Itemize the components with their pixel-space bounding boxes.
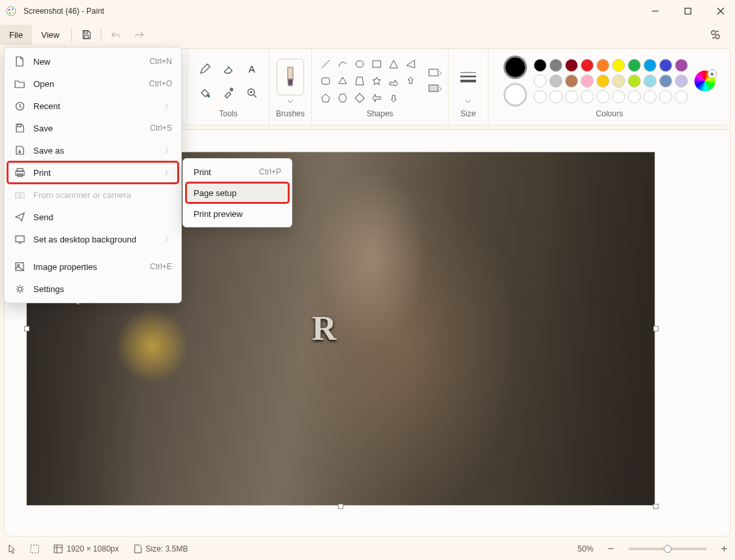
close-button[interactable] — [711, 2, 730, 20]
color-swatch[interactable] — [549, 59, 562, 72]
recent-icon — [14, 101, 26, 111]
magnifier-tool[interactable] — [241, 82, 262, 103]
chevron-right-icon: 〉 — [165, 235, 172, 244]
color-2[interactable] — [504, 83, 527, 107]
color-swatch[interactable] — [581, 90, 594, 103]
color-1[interactable] — [504, 56, 527, 79]
scanner-icon — [14, 191, 26, 199]
submenu-page-setup[interactable]: Page setup — [186, 182, 289, 203]
color-swatch[interactable] — [565, 74, 578, 88]
print-submenu: Print Ctrl+P Page setup Print preview — [182, 158, 292, 227]
shapes-gallery[interactable] — [318, 57, 418, 105]
svg-line-21 — [322, 60, 330, 68]
ribbon-label-shapes: Shapes — [367, 109, 394, 121]
edit-colors-button[interactable] — [694, 71, 715, 91]
undo-button[interactable] — [104, 25, 128, 44]
file-menu-desktop[interactable]: Set as desktop background 〉 — [7, 228, 179, 250]
color-swatch[interactable] — [565, 59, 578, 72]
submenu-print-preview[interactable]: Print preview — [186, 203, 289, 224]
menu-view[interactable]: View — [32, 25, 69, 45]
resize-handle[interactable] — [338, 504, 343, 509]
send-icon — [14, 212, 26, 222]
color-swatch[interactable] — [675, 59, 688, 72]
color-swatch[interactable] — [675, 74, 688, 88]
minimize-button[interactable] — [646, 2, 664, 20]
color-swatch[interactable] — [643, 59, 657, 72]
file-menu: New Ctrl+N Open Ctrl+O Recent 〉 Save Ctr… — [4, 47, 182, 303]
svg-point-3 — [12, 12, 14, 14]
color-swatch[interactable] — [612, 74, 625, 88]
color-swatch[interactable] — [534, 74, 547, 88]
svg-point-14 — [208, 95, 210, 97]
svg-point-0 — [7, 7, 16, 16]
color-swatch[interactable] — [596, 90, 609, 103]
resize-handle[interactable] — [653, 504, 658, 509]
color-swatch[interactable] — [596, 59, 609, 72]
size-button[interactable] — [455, 59, 481, 95]
svg-rect-33 — [17, 169, 23, 171]
maximize-button[interactable] — [679, 2, 697, 20]
svg-point-22 — [356, 61, 364, 67]
color-swatch[interactable] — [549, 74, 562, 88]
color-swatch[interactable] — [612, 90, 625, 103]
color-swatch[interactable] — [643, 74, 657, 88]
file-menu-recent[interactable]: Recent 〉 — [7, 95, 179, 117]
eraser-tool[interactable] — [218, 59, 239, 80]
color-swatch[interactable] — [659, 74, 672, 88]
zoom-in-button[interactable]: + — [721, 543, 727, 555]
title-bar: Screenshot (46) - Paint — [0, 0, 735, 22]
file-menu-properties[interactable]: Image properties Ctrl+E — [7, 255, 179, 278]
svg-rect-36 — [16, 193, 24, 198]
color-swatch[interactable] — [643, 90, 657, 103]
file-menu-save[interactable]: Save Ctrl+S — [7, 117, 179, 139]
file-menu-open[interactable]: Open Ctrl+O — [7, 73, 179, 95]
ribbon-label-brushes: Brushes — [276, 109, 305, 121]
file-menu-settings[interactable]: Settings — [7, 278, 179, 300]
color-swatch[interactable] — [596, 74, 609, 88]
file-menu-saveas[interactable]: Save as 〉 — [7, 139, 179, 161]
zoom-slider[interactable] — [628, 548, 707, 550]
zoom-out-button[interactable]: − — [607, 543, 613, 555]
svg-rect-43 — [54, 545, 62, 553]
shape-fill-button[interactable] — [428, 84, 441, 93]
resize-handle[interactable] — [24, 326, 29, 331]
text-tool[interactable]: A — [241, 59, 262, 80]
fill-tool[interactable] — [194, 82, 215, 103]
file-menu-print[interactable]: Print 〉 — [7, 161, 179, 184]
picker-tool[interactable] — [218, 82, 239, 103]
color-swatch[interactable] — [565, 90, 578, 103]
color-palette[interactable] — [534, 59, 688, 103]
color-swatch[interactable] — [581, 74, 594, 88]
color-swatch[interactable] — [534, 90, 547, 103]
svg-rect-9 — [84, 31, 88, 33]
saveas-icon — [14, 146, 26, 155]
file-menu-send[interactable]: Send — [7, 206, 179, 228]
status-bar: 1920 × 1080px Size: 3.5MB 50% − + — [0, 538, 735, 560]
menu-separator — [101, 27, 101, 42]
color-swatch[interactable] — [659, 59, 672, 72]
save-icon-button[interactable] — [75, 25, 98, 44]
brushes-button[interactable] — [277, 59, 304, 95]
submenu-print[interactable]: Print Ctrl+P — [186, 161, 289, 182]
file-menu-new[interactable]: New Ctrl+N — [7, 50, 179, 73]
chevron-right-icon: 〉 — [165, 146, 172, 156]
settings-icon[interactable] — [704, 25, 727, 44]
ribbon-group-brushes: Brushes — [269, 49, 312, 125]
color-swatch[interactable] — [628, 59, 641, 72]
shape-outline-button[interactable] — [428, 69, 441, 78]
color-swatch[interactable] — [628, 90, 641, 103]
ribbon-group-colours: Colours — [488, 49, 730, 125]
color-swatch[interactable] — [534, 59, 547, 72]
color-swatch[interactable] — [675, 90, 688, 103]
color-swatch[interactable] — [628, 74, 641, 88]
color-swatch[interactable] — [549, 90, 562, 103]
svg-point-1 — [9, 9, 10, 11]
resize-handle[interactable] — [653, 326, 658, 331]
color-swatch[interactable] — [612, 59, 625, 72]
menu-file[interactable]: File — [0, 25, 32, 45]
pencil-tool[interactable] — [194, 59, 215, 80]
menu-separator — [71, 27, 72, 42]
color-swatch[interactable] — [659, 90, 672, 103]
redo-button[interactable] — [128, 25, 151, 44]
color-swatch[interactable] — [581, 59, 594, 72]
